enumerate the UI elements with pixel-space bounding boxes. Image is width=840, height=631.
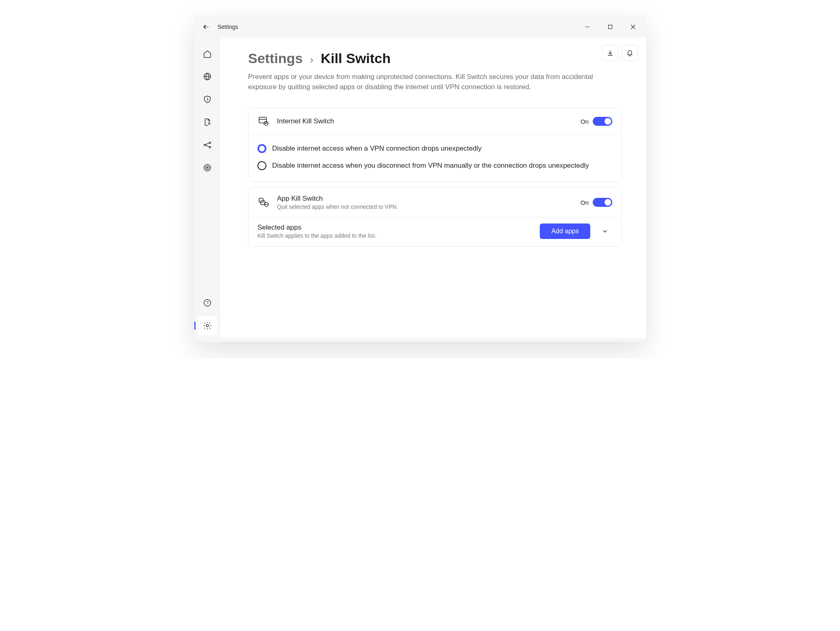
help-icon: ? — [203, 298, 212, 307]
sidebar-item-mesh[interactable] — [198, 135, 217, 155]
close-icon — [631, 24, 635, 29]
window-block-icon — [257, 115, 270, 127]
close-button[interactable] — [622, 17, 644, 37]
internet-ks-title: Internet Kill Switch — [277, 117, 573, 125]
svg-point-7 — [209, 147, 211, 148]
app-ks-subtitle: Quit selected apps when not connected to… — [277, 204, 573, 210]
app-ks-state: On — [581, 199, 589, 206]
svg-point-6 — [209, 142, 211, 144]
top-actions — [602, 45, 638, 61]
sidebar-item-home[interactable] — [198, 44, 217, 64]
expand-selected-apps-button[interactable] — [598, 224, 612, 239]
sidebar-item-file[interactable] — [198, 112, 217, 132]
svg-rect-1 — [609, 25, 612, 29]
selected-apps-title: Selected apps — [257, 223, 532, 232]
add-apps-button[interactable]: Add apps — [540, 223, 590, 239]
sidebar-item-shield[interactable] — [198, 90, 217, 109]
internet-kill-switch-card: Internet Kill Switch On Disable internet… — [248, 107, 622, 182]
sidebar-item-globe[interactable] — [198, 67, 217, 86]
sidebar-item-help[interactable]: ? — [198, 293, 217, 313]
window-controls — [576, 17, 644, 37]
bell-icon — [626, 49, 633, 57]
internet-ks-options: Disable internet access when a VPN conne… — [248, 135, 621, 182]
svg-point-5 — [204, 144, 205, 146]
internet-ks-option-2-label: Disable internet access when you disconn… — [272, 162, 589, 170]
svg-rect-18 — [259, 198, 263, 202]
svg-rect-14 — [259, 117, 266, 123]
svg-point-13 — [206, 324, 209, 327]
app-ks-toggle[interactable] — [593, 198, 612, 207]
content-area: Settings › Kill Switch Prevent apps or y… — [220, 37, 646, 338]
sidebar-item-settings[interactable] — [198, 316, 217, 335]
selected-apps-row: Selected apps Kill Switch applies to the… — [248, 217, 621, 246]
internet-ks-header: Internet Kill Switch On — [248, 108, 621, 135]
chevron-down-icon — [601, 228, 609, 235]
file-share-icon — [203, 118, 212, 127]
titlebar: Settings — [194, 16, 646, 37]
minimize-button[interactable] — [576, 17, 599, 37]
internet-ks-option-1-label: Disable internet access when a VPN conne… — [272, 145, 482, 153]
app-ks-title: App Kill Switch — [277, 195, 573, 203]
back-button[interactable] — [196, 17, 215, 37]
target-icon — [203, 163, 212, 172]
maximize-icon — [608, 24, 613, 29]
breadcrumb-sep: › — [310, 54, 313, 66]
home-icon — [203, 49, 212, 58]
svg-point-10 — [207, 167, 208, 169]
app-kill-switch-card: App Kill Switch Quit selected apps when … — [248, 187, 622, 247]
mesh-icon — [203, 140, 212, 149]
app-ks-header: App Kill Switch Quit selected apps when … — [248, 187, 621, 217]
shield-icon — [203, 95, 212, 104]
sidebar: ? — [194, 37, 220, 342]
breadcrumb-root[interactable]: Settings — [248, 50, 303, 66]
internet-ks-option-1[interactable]: Disable internet access when a VPN conne… — [257, 140, 612, 157]
download-icon — [607, 49, 614, 57]
sidebar-item-target[interactable] — [198, 158, 217, 177]
internet-ks-state: On — [581, 118, 589, 125]
radio-icon — [257, 161, 266, 170]
breadcrumb: Settings › Kill Switch — [248, 50, 622, 66]
gear-icon — [203, 321, 212, 330]
globe-icon — [203, 72, 212, 81]
app-window: Settings — [194, 16, 646, 342]
internet-ks-toggle[interactable] — [593, 117, 612, 126]
internet-ks-option-2[interactable]: Disable internet access when you disconn… — [257, 157, 612, 174]
page-description: Prevent apps or your device from making … — [248, 72, 598, 92]
download-button[interactable] — [602, 45, 618, 61]
notifications-button[interactable] — [622, 45, 638, 61]
maximize-button[interactable] — [599, 17, 622, 37]
window-title: Settings — [215, 24, 238, 30]
app-block-icon — [257, 196, 270, 208]
breadcrumb-current: Kill Switch — [321, 50, 391, 66]
selected-apps-subtitle: Kill Switch applies to the apps added to… — [257, 232, 532, 239]
minimize-icon — [585, 24, 590, 29]
svg-text:?: ? — [206, 300, 208, 305]
radio-icon-selected — [257, 144, 266, 153]
